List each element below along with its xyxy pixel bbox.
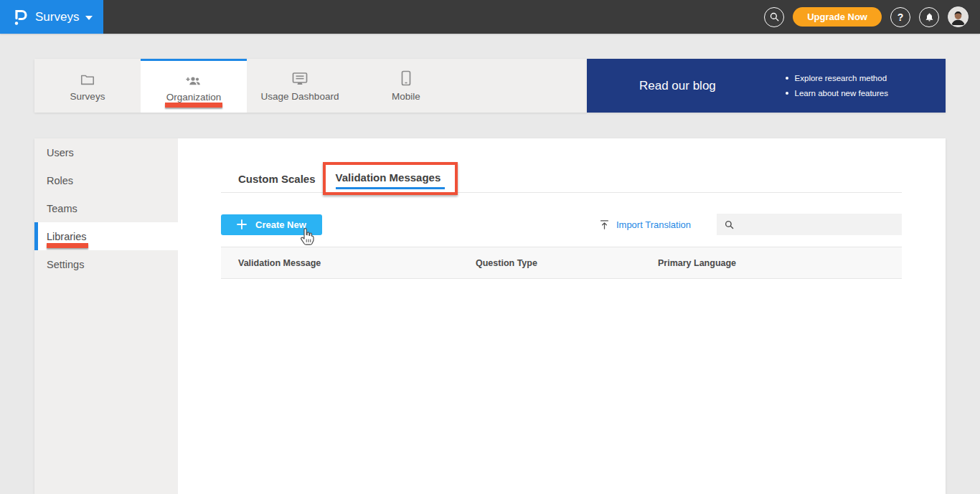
nav-tab-label: Mobile [392,91,420,102]
chevron-down-icon [85,16,93,20]
create-new-label: Create New [255,219,306,230]
column-header-primary-language: Primary Language [658,258,902,268]
sidebar-item-settings[interactable]: Settings [34,250,178,278]
help-icon: ? [897,11,904,23]
magnifier-icon [724,219,735,230]
sidebar-item-label: Libraries [47,231,87,242]
sidebar-item-teams[interactable]: Teams [34,194,178,222]
nav-tab-mobile[interactable]: Mobile [353,59,459,113]
annotation-underline [47,243,88,248]
upgrade-now-button[interactable]: Upgrade Now [793,7,882,27]
blog-banner[interactable]: Read our blog Explore research method Le… [587,59,946,113]
toolbar: Create New Import Translation [221,214,902,235]
nav-tab-usage-dashboard[interactable]: Usage Dashboard [247,59,353,113]
top-bar: Surveys Upgrade Now ? [0,0,980,34]
table-header-row: Validation Message Question Type Primary… [221,247,902,279]
sidebar: Users Roles Teams Libraries Settings [34,138,178,494]
questionpro-logo-icon [13,7,29,27]
banner-title: Read our blog [639,79,716,93]
nav-tab-surveys[interactable]: Surveys [34,59,141,113]
upload-icon [599,219,610,231]
bell-icon [924,11,935,23]
search-icon [769,11,780,22]
nav-tab-organization[interactable]: Organization [141,59,247,113]
annotation-box: Validation Messages [323,162,458,195]
create-new-button[interactable]: Create New [221,214,322,235]
sidebar-item-roles[interactable]: Roles [34,166,178,194]
nav-tab-label: Surveys [70,91,105,102]
help-button[interactable]: ? [890,7,910,27]
main-panel: Users Roles Teams Libraries Settings Cus… [34,138,946,494]
sidebar-item-users[interactable]: Users [34,138,178,166]
group-add-icon [184,71,203,87]
banner-bullet: Learn about new features [786,86,888,101]
nav-tab-label: Organization [166,92,222,103]
folder-icon [80,70,95,86]
notifications-button[interactable] [919,7,939,27]
sidebar-item-label: Roles [47,175,73,186]
sidebar-item-label: Teams [47,203,77,214]
annotation-underline [165,103,222,108]
import-translation-link[interactable]: Import Translation [599,219,691,231]
content-tabs: Custom Scales Validation Messages [221,161,902,196]
product-name: Surveys [35,10,79,24]
nav-tab-label: Usage Dashboard [261,91,339,102]
avatar[interactable] [948,6,969,27]
primary-nav: Surveys Organization [34,59,946,113]
plus-icon [237,219,247,229]
nav-tab-strip: Surveys Organization [34,59,587,113]
content-area: Custom Scales Validation Messages Create… [178,138,946,494]
tab-custom-scales[interactable]: Custom Scales [238,173,316,185]
tab-validation-messages[interactable]: Validation Messages [336,171,446,189]
column-header-validation-message: Validation Message [221,258,476,268]
dashboard-icon [291,70,308,86]
banner-bullet: Explore research method [786,71,888,86]
mobile-icon [401,70,411,86]
search-input[interactable] [740,219,902,230]
product-switcher[interactable]: Surveys [0,0,103,34]
sidebar-item-label: Users [47,147,74,158]
toolbar-right: Import Translation [599,214,902,235]
sidebar-item-libraries[interactable]: Libraries [34,222,178,250]
topbar-actions: Upgrade Now ? [103,0,980,34]
search-box [717,214,902,235]
column-header-question-type: Question Type [476,258,658,268]
import-translation-label: Import Translation [616,219,691,230]
search-button[interactable] [764,7,784,27]
banner-bullet-list: Explore research method Learn about new … [786,71,888,101]
sidebar-item-label: Settings [47,259,84,270]
